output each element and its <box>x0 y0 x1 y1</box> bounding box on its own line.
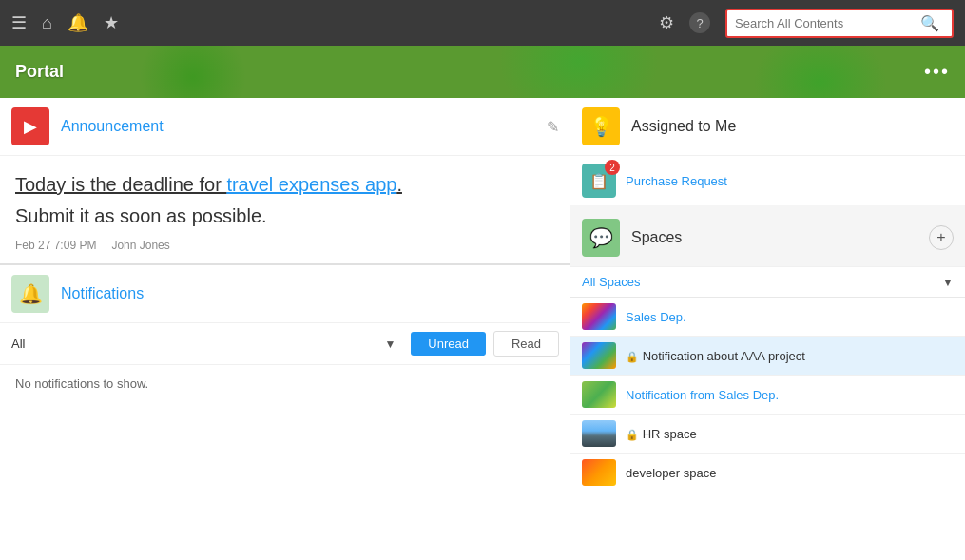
announcement-subtext: Submit it as soon as possible. <box>15 205 555 227</box>
announcement-link[interactable]: travel expenses app <box>226 174 396 195</box>
purchase-icon: 📋 <box>589 172 608 190</box>
announcement-headline: Today is the deadline for travel expense… <box>15 171 555 198</box>
home-icon[interactable]: ⌂ <box>42 13 52 33</box>
space-link-sales-notif[interactable]: Notification from Sales Dep. <box>626 388 779 402</box>
spaces-section: 💬 Spaces + All Spaces ▼ Sales Dep. 🔒 Not… <box>570 209 965 560</box>
assigned-section: 💡 Assigned to Me 📋 2 Purchase Request <box>570 98 965 205</box>
announcement-icon: ▶ <box>24 116 37 137</box>
all-spaces-row[interactable]: All Spaces ▼ <box>570 267 965 298</box>
space-label-aaa: 🔒 Notification about AAA project <box>626 349 954 363</box>
search-icon[interactable]: 🔍 <box>920 14 939 32</box>
filter-all-label: All <box>11 337 376 351</box>
announcement-body: Today is the deadline for travel expense… <box>0 156 570 263</box>
purchase-label[interactable]: Purchase Request <box>626 174 727 188</box>
announcement-text-end: . <box>396 174 402 195</box>
space-label-hr: 🔒 HR space <box>626 427 954 441</box>
space-item-dev[interactable]: developer space <box>570 454 965 492</box>
top-nav: ☰ ⌂ 🔔 ★ ⚙ ? 🔍 <box>0 0 965 46</box>
space-item-hr[interactable]: 🔒 HR space <box>570 415 965 454</box>
announcement-date: Feb 27 7:09 PM <box>15 239 96 252</box>
announcement-header: ▶ Announcement ✎ <box>0 98 570 156</box>
favorites-icon[interactable]: ★ <box>104 12 119 33</box>
space-thumb-aaa <box>582 342 616 369</box>
search-box: 🔍 <box>725 9 954 38</box>
bulb-icon: 💡 <box>589 115 613 138</box>
space-link-sales[interactable]: Sales Dep. <box>626 310 686 324</box>
announcement-text-part1: Today is the deadline for <box>15 174 226 195</box>
spaces-icon-box: 💬 <box>582 219 620 257</box>
purchase-row[interactable]: 📋 2 Purchase Request <box>570 156 965 205</box>
assigned-header: 💡 Assigned to Me <box>570 98 965 156</box>
bell-icon: 🔔 <box>19 282 43 305</box>
space-thumb-dev <box>582 459 616 486</box>
portal-header: Portal ••• <box>0 46 965 98</box>
notifications-title[interactable]: Notifications <box>61 285 559 302</box>
spaces-add-button[interactable]: + <box>929 225 954 250</box>
notifications-icon-box: 🔔 <box>11 275 49 313</box>
settings-icon[interactable]: ⚙ <box>659 12 674 33</box>
portal-title: Portal <box>15 62 64 82</box>
left-panel: ▶ Announcement ✎ Today is the deadline f… <box>0 98 570 560</box>
lock-icon-aaa: 🔒 <box>626 351 639 362</box>
spaces-title: Spaces <box>631 229 917 246</box>
notifications-header: 🔔 Notifications <box>0 265 570 323</box>
portal-options-icon[interactable]: ••• <box>924 61 950 83</box>
notifications-section: 🔔 Notifications All ▼ Unread Read No not… <box>0 265 570 560</box>
announcement-meta: Feb 27 7:09 PM John Jones <box>15 239 555 252</box>
right-panel: 💡 Assigned to Me 📋 2 Purchase Request 💬 <box>570 98 965 560</box>
search-input[interactable] <box>735 16 920 30</box>
assigned-icon-box: 💡 <box>582 107 620 145</box>
assigned-title: Assigned to Me <box>631 118 736 135</box>
space-thumb-sales <box>582 303 616 330</box>
purchase-badge: 2 <box>605 160 620 175</box>
notifications-filter-bar: All ▼ Unread Read <box>0 323 570 365</box>
announcement-author: John Jones <box>111 239 169 252</box>
space-item-sales[interactable]: Sales Dep. <box>570 298 965 337</box>
filter-unread-button[interactable]: Unread <box>411 332 486 356</box>
notifications-empty: No notifications to show. <box>0 365 570 402</box>
space-label-sales: Sales Dep. <box>626 310 954 324</box>
space-item-sales-notif[interactable]: Notification from Sales Dep. <box>570 376 965 415</box>
help-icon[interactable]: ? <box>689 12 710 33</box>
space-thumb-hr <box>582 420 616 447</box>
notifications-icon[interactable]: 🔔 <box>68 12 88 33</box>
all-spaces-chevron-icon[interactable]: ▼ <box>942 276 954 289</box>
announcement-icon-box: ▶ <box>11 107 49 145</box>
space-item-aaa[interactable]: 🔒 Notification about AAA project <box>570 337 965 376</box>
edit-icon[interactable]: ✎ <box>547 118 559 136</box>
space-label-dev: developer space <box>626 466 954 480</box>
purchase-icon-wrap: 📋 2 <box>582 164 616 198</box>
main-content: ▶ Announcement ✎ Today is the deadline f… <box>0 98 965 560</box>
space-label-sales-notif: Notification from Sales Dep. <box>626 388 954 402</box>
announcement-title[interactable]: Announcement <box>61 118 535 135</box>
announcement-section: ▶ Announcement ✎ Today is the deadline f… <box>0 98 570 263</box>
all-spaces-label: All Spaces <box>582 275 942 289</box>
lock-icon-hr: 🔒 <box>626 429 639 440</box>
spaces-header: 💬 Spaces + <box>570 209 965 267</box>
filter-read-button[interactable]: Read <box>493 331 559 357</box>
space-thumb-sales-notif <box>582 381 616 408</box>
filter-chevron-icon[interactable]: ▼ <box>384 338 396 351</box>
hamburger-icon[interactable]: ☰ <box>11 12 27 33</box>
spaces-icon: 💬 <box>589 226 613 249</box>
